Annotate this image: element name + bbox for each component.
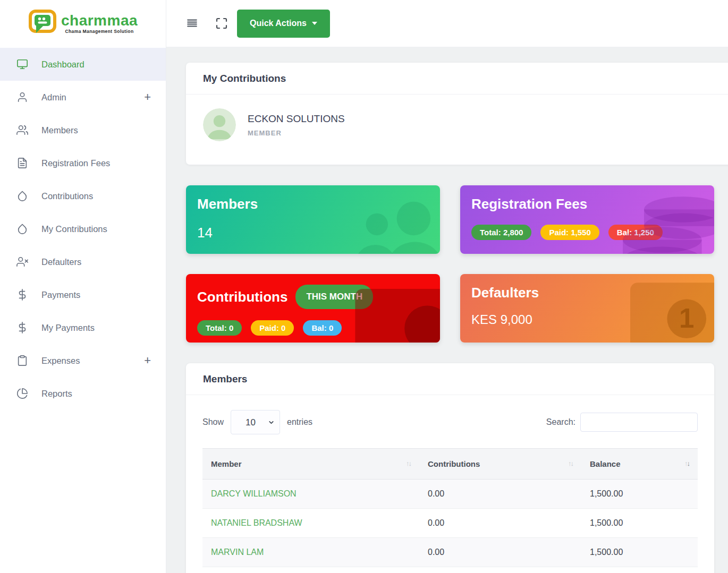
member-name: ECKON SOLUTIONS bbox=[248, 113, 345, 125]
sidebar-item-label: Payments bbox=[41, 290, 80, 300]
table-row: DARCY WILLIAMSON 0.00 1,500.00 bbox=[202, 480, 698, 509]
droplet-icon bbox=[16, 190, 29, 202]
sidebar-item-defaulters[interactable]: Defaulters bbox=[0, 245, 166, 278]
column-header-balance[interactable]: Balance ↑↓ bbox=[581, 449, 698, 480]
stat-members-value: 14 bbox=[197, 225, 429, 241]
dashboard-content: My Contributions ECKON SOLUTIONS MEMBER bbox=[166, 47, 728, 573]
stat-card-contributions[interactable]: Contributions THIS MONTH Total: 0 Paid: … bbox=[186, 274, 440, 343]
caret-down-icon bbox=[312, 22, 317, 25]
column-header-contributions[interactable]: Contributions ↑↓ bbox=[419, 449, 581, 480]
entries-label: entries bbox=[287, 417, 312, 427]
balance-cell: 1,500.00 bbox=[581, 509, 698, 538]
search-group: Search: bbox=[546, 413, 698, 432]
balance-cell: 1,500.00 bbox=[581, 538, 698, 567]
expand-plus-icon[interactable]: + bbox=[144, 90, 151, 104]
my-contributions-card-title: My Contributions bbox=[186, 63, 728, 95]
stat-cards-grid: Members 14 Registration Fees Total: 2,80… bbox=[186, 185, 714, 343]
expand-plus-icon[interactable]: + bbox=[144, 354, 151, 367]
stat-contrib-title: Contributions bbox=[197, 289, 287, 305]
droplet-icon bbox=[16, 223, 29, 235]
sidebar-item-label: Admin bbox=[41, 92, 66, 102]
contributions-cell: 0.00 bbox=[419, 538, 581, 567]
balance-cell: 1,500.00 bbox=[581, 480, 698, 509]
sidebar-item-label: Members bbox=[41, 125, 78, 135]
stat-card-members[interactable]: Members 14 bbox=[186, 185, 440, 254]
table-header-row: Member ↑↓ Contributions ↑↓ Balance ↑↓ bbox=[202, 449, 698, 480]
sidebar-item-admin[interactable]: Admin + bbox=[0, 81, 166, 114]
contributions-cell: 0.00 bbox=[419, 480, 581, 509]
stat-regfees-title: Registration Fees bbox=[471, 196, 703, 212]
sidebar-item-dashboard[interactable]: Dashboard bbox=[0, 48, 166, 81]
brand-chat-icon bbox=[28, 10, 57, 38]
profile-body: ECKON SOLUTIONS MEMBER bbox=[186, 95, 728, 165]
contrib-badges: Total: 0 Paid: 0 Bal: 0 bbox=[197, 320, 429, 336]
regfees-paid-badge: Paid: 1,550 bbox=[540, 225, 599, 240]
sidebar-item-label: Contributions bbox=[41, 191, 93, 201]
contrib-total-badge: Total: 0 bbox=[197, 320, 242, 336]
sidebar-item-label: Dashboard bbox=[41, 59, 84, 70]
sidebar-item-contributions[interactable]: Contributions bbox=[0, 179, 166, 212]
regfees-badges: Total: 2,800 Paid: 1,550 Bal: 1,250 bbox=[471, 225, 703, 240]
page-size-select[interactable]: 10 bbox=[231, 410, 280, 434]
quick-actions-label: Quick Actions bbox=[250, 19, 307, 28]
hamburger-menu-icon[interactable] bbox=[185, 16, 199, 30]
sidebar-item-my-contributions[interactable]: My Contributions bbox=[0, 212, 166, 245]
sidebar-item-reports[interactable]: Reports bbox=[0, 377, 166, 410]
regfees-total-badge: Total: 2,800 bbox=[471, 225, 531, 240]
dollar-sign-icon bbox=[16, 288, 29, 301]
sidebar-item-label: My Payments bbox=[41, 323, 95, 333]
clipboard-icon bbox=[16, 354, 29, 367]
member-role: MEMBER bbox=[248, 129, 345, 137]
sort-icon[interactable]: ↑↓ bbox=[684, 459, 689, 467]
members-table-card: Members Show 10 entries bbox=[186, 363, 714, 573]
contrib-paid-badge: Paid: 0 bbox=[251, 320, 294, 336]
quick-actions-button[interactable]: Quick Actions bbox=[237, 10, 330, 38]
sidebar-item-label: Expenses bbox=[41, 356, 80, 366]
sidebar-item-label: Registration Fees bbox=[41, 158, 110, 168]
sidebar-item-members[interactable]: Members bbox=[0, 114, 166, 147]
contributions-cell: 0.00 bbox=[419, 509, 581, 538]
avatar bbox=[203, 108, 236, 141]
sidebar-item-my-payments[interactable]: My Payments bbox=[0, 311, 166, 344]
sidebar-item-expenses[interactable]: Expenses + bbox=[0, 344, 166, 377]
sort-icon[interactable]: ↑↓ bbox=[406, 459, 411, 467]
brand-tagline: Chama Management Solution bbox=[65, 29, 133, 34]
this-month-badge: THIS MONTH bbox=[295, 285, 373, 309]
member-name-link[interactable]: NATANIEL BRADSHAW bbox=[202, 509, 419, 538]
sidebar-item-label: Reports bbox=[41, 389, 72, 399]
main-area: Quick Actions My Contributions ECKON SOL… bbox=[166, 0, 728, 573]
members-table: Member ↑↓ Contributions ↑↓ Balance ↑↓ bbox=[202, 448, 698, 567]
page-size-group: Show 10 entries bbox=[202, 410, 312, 434]
sidebar-item-label: Defaulters bbox=[41, 257, 81, 267]
member-name-link[interactable]: MARVIN LAM bbox=[202, 538, 419, 567]
stat-defaulters-value: KES 9,000 bbox=[471, 312, 703, 327]
member-name-link[interactable]: DARCY WILLIAMSON bbox=[202, 480, 419, 509]
fullscreen-icon[interactable] bbox=[215, 16, 228, 30]
file-text-icon bbox=[16, 157, 29, 169]
brand-logo[interactable]: charmmaa Chama Management Solution bbox=[0, 0, 166, 48]
my-contributions-card: My Contributions ECKON SOLUTIONS MEMBER bbox=[186, 63, 728, 165]
column-header-member[interactable]: Member ↑↓ bbox=[202, 449, 419, 480]
profile-text: ECKON SOLUTIONS MEMBER bbox=[248, 113, 345, 137]
stat-card-defaulters[interactable]: 1 Defaulters KES 9,000 bbox=[460, 274, 714, 343]
search-input[interactable] bbox=[580, 413, 698, 432]
contrib-bal-badge: Bal: 0 bbox=[303, 320, 342, 336]
dollar-sign-icon bbox=[16, 321, 29, 334]
sidebar-item-registration-fees[interactable]: Registration Fees bbox=[0, 147, 166, 179]
sidebar: charmmaa Chama Management Solution Dashb… bbox=[0, 0, 166, 573]
stat-card-registration-fees[interactable]: Registration Fees Total: 2,800 Paid: 1,5… bbox=[460, 185, 714, 254]
sort-icon[interactable]: ↑↓ bbox=[568, 459, 573, 467]
sidebar-item-payments[interactable]: Payments bbox=[0, 278, 166, 311]
brand-text: charmmaa Chama Management Solution bbox=[61, 14, 138, 34]
sidebar-item-label: My Contributions bbox=[41, 224, 107, 234]
users-icon bbox=[16, 124, 29, 136]
stat-defaulters-title: Defaulters bbox=[471, 285, 703, 301]
pie-chart-icon bbox=[16, 387, 29, 400]
members-table-title: Members bbox=[186, 363, 714, 395]
monitor-icon bbox=[16, 58, 29, 71]
table-row: NATANIEL BRADSHAW 0.00 1,500.00 bbox=[202, 509, 698, 538]
topbar: Quick Actions bbox=[166, 0, 728, 47]
stat-members-title: Members bbox=[197, 196, 429, 212]
show-label: Show bbox=[202, 417, 224, 427]
sidebar-nav: Dashboard Admin + Members Registrati bbox=[0, 48, 166, 410]
